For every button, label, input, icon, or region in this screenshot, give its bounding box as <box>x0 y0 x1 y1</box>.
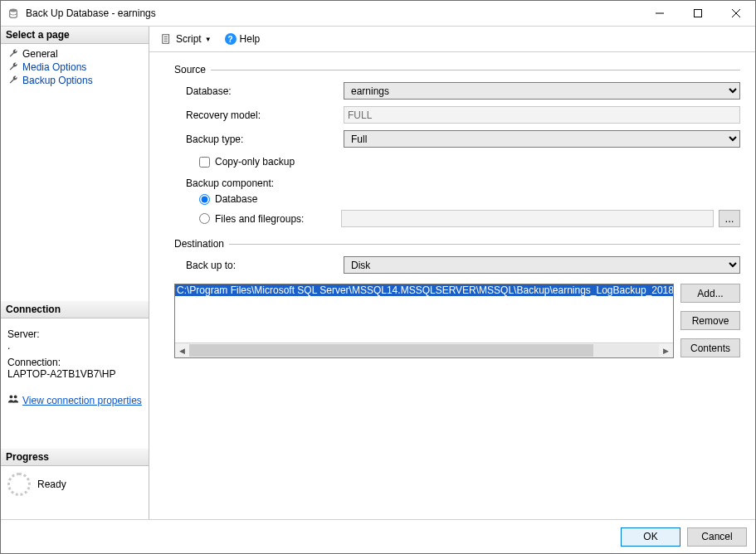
nav-label[interactable]: Media Options <box>22 61 86 73</box>
minimize-button[interactable] <box>641 1 679 26</box>
connection-header: Connection <box>1 301 149 318</box>
database-icon <box>6 6 21 21</box>
close-button[interactable] <box>717 1 755 26</box>
scroll-right-icon[interactable]: ▶ <box>659 344 673 357</box>
window-buttons <box>641 1 755 26</box>
cancel-button[interactable]: Cancel <box>687 527 747 547</box>
maximize-button[interactable] <box>679 1 717 26</box>
sidebar: Select a page General Media Options <box>1 27 149 519</box>
destination-buttons: Add... Remove Contents <box>680 284 740 358</box>
scroll-thumb[interactable] <box>189 344 593 357</box>
progress-status: Ready <box>37 479 66 490</box>
database-label: Database: <box>174 85 344 97</box>
script-icon <box>161 33 173 45</box>
help-button[interactable]: ? Help <box>222 32 264 46</box>
row-back-up-to: Back up to: Disk <box>174 256 740 274</box>
view-connection-properties-link[interactable]: View connection properties <box>22 395 142 406</box>
chevron-down-icon: ▼ <box>205 36 212 43</box>
select-page-header: Select a page <box>1 27 149 44</box>
filegroups-radio[interactable] <box>199 213 210 224</box>
destination-list-item[interactable]: C:\Program Files\Microsoft SQL Server\MS… <box>175 284 673 296</box>
nav-backup-options[interactable]: Backup Options <box>1 74 149 87</box>
connection-value: LAPTOP-A2TB1VB7\HP <box>7 368 142 380</box>
people-icon <box>7 393 19 407</box>
server-value: . <box>7 340 142 352</box>
copy-only-label: Copy-only backup <box>215 156 295 168</box>
nav-label: General <box>22 48 58 60</box>
title-bar: Back Up Database - earnings <box>1 1 755 27</box>
connection-properties-row: View connection properties <box>1 388 149 407</box>
svg-point-6 <box>14 395 17 398</box>
filegroups-text <box>341 210 714 227</box>
row-recovery-model: Recovery model: <box>174 106 740 124</box>
content-toolbar: Script ▼ ? Help <box>149 27 755 52</box>
database-select[interactable]: earnings <box>344 82 740 100</box>
recovery-model-label: Recovery model: <box>174 109 344 121</box>
back-up-to-select[interactable]: Disk <box>344 256 740 274</box>
remove-button[interactable]: Remove <box>680 311 740 330</box>
help-label: Help <box>240 33 261 45</box>
wrench-icon <box>7 61 19 73</box>
nav-general[interactable]: General <box>1 47 149 61</box>
destination-list[interactable]: C:\Program Files\Microsoft SQL Server\MS… <box>174 284 674 358</box>
divider <box>211 70 740 70</box>
server-label: Server: <box>7 328 142 340</box>
progress-section: Ready <box>1 466 149 503</box>
contents-button[interactable]: Contents <box>680 338 740 357</box>
scroll-track[interactable] <box>189 344 659 357</box>
progress-header: Progress <box>1 449 149 466</box>
wrench-icon <box>7 75 19 86</box>
svg-point-5 <box>9 395 12 398</box>
row-database: Database: earnings <box>174 82 740 100</box>
main-pane: Source Database: earnings Recovery model… <box>149 52 755 519</box>
help-icon: ? <box>225 33 237 45</box>
row-backup-type: Backup type: Full <box>174 130 740 148</box>
add-button[interactable]: Add... <box>680 284 740 303</box>
backup-type-select[interactable]: Full <box>344 130 740 148</box>
page-nav: General Media Options Backup Options <box>1 44 149 90</box>
svg-point-0 <box>10 9 17 12</box>
horizontal-scrollbar[interactable]: ◀ ▶ <box>175 343 673 357</box>
back-up-to-label: Back up to: <box>174 260 344 271</box>
top-area: Select a page General Media Options <box>1 27 755 519</box>
window-title: Back Up Database - earnings <box>26 7 641 19</box>
copy-only-checkbox[interactable] <box>199 157 210 168</box>
destination-group-label: Destination <box>174 238 224 250</box>
destination-area: C:\Program Files\Microsoft SQL Server\MS… <box>174 284 740 358</box>
script-button[interactable]: Script ▼ <box>158 32 215 46</box>
row-radio-database: Database <box>174 191 740 207</box>
backup-component-label: Backup component: <box>174 173 740 191</box>
content-pane: Script ▼ ? Help Source Databa <box>149 27 755 519</box>
row-copy-only: Copy-only backup <box>174 151 740 173</box>
source-group-label: Source <box>174 64 206 75</box>
recovery-model-value <box>344 106 740 124</box>
svg-rect-2 <box>695 10 702 17</box>
script-label: Script <box>176 33 202 45</box>
database-radio[interactable] <box>199 194 210 205</box>
connection-section: Server: . Connection: LAPTOP-A2TB1VB7\HP <box>1 318 149 388</box>
progress-spinner-icon <box>7 473 31 496</box>
divider <box>229 244 740 245</box>
filegroups-radio-label: Files and filegroups: <box>215 213 336 225</box>
nav-media-options[interactable]: Media Options <box>1 61 149 74</box>
nav-label[interactable]: Backup Options <box>22 75 93 86</box>
dialog-footer: OK Cancel <box>1 519 755 553</box>
row-radio-filegroups: Files and filegroups: ... <box>174 207 740 230</box>
dialog-body: Select a page General Media Options <box>1 27 755 553</box>
ok-button[interactable]: OK <box>621 527 680 547</box>
database-radio-label: Database <box>215 193 257 205</box>
backup-type-label: Backup type: <box>174 134 344 145</box>
destination-group-header: Destination <box>174 238 740 250</box>
source-group-header: Source <box>174 64 740 75</box>
dialog-window: Back Up Database - earnings Select a pag… <box>0 0 756 554</box>
scroll-left-icon[interactable]: ◀ <box>175 344 189 357</box>
wrench-icon <box>7 48 19 60</box>
connection-label: Connection: <box>7 357 142 368</box>
filegroups-browse-button[interactable]: ... <box>719 210 740 227</box>
